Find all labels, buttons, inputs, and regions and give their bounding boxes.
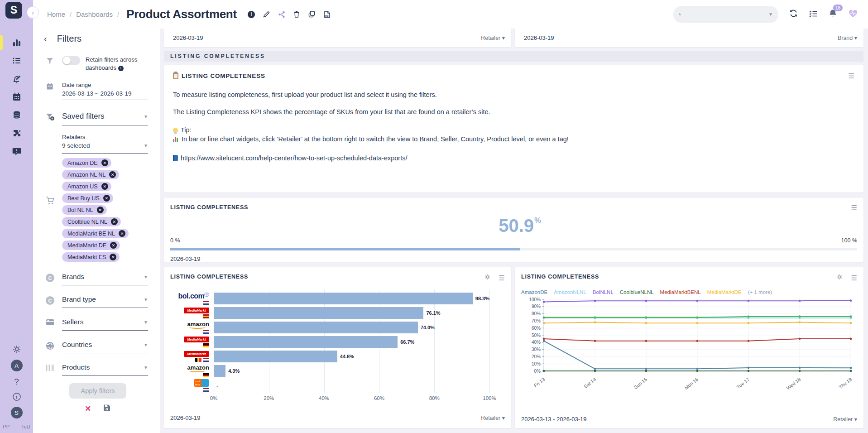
bar-category-logo: amazon bbox=[170, 320, 214, 335]
legend-item[interactable]: MediaMarktBENL bbox=[660, 289, 701, 295]
sidebar-item-lists[interactable] bbox=[0, 55, 33, 66]
retain-info-icon[interactable]: i bbox=[118, 66, 124, 71]
flag-nl-icon bbox=[203, 301, 209, 305]
legend-item[interactable]: CoolblueNLNL bbox=[620, 289, 654, 295]
search-scope-caret-icon[interactable]: ▼ bbox=[768, 12, 773, 17]
widget-menu-icon[interactable]: ☰ bbox=[851, 204, 857, 211]
listing-completeness-line-widget: LISTING COMPLETENESS ☰ AmazonDEAmazonNLN… bbox=[515, 267, 863, 428]
bar-category-logo: MediaMarkt bbox=[170, 349, 214, 364]
delete-icon[interactable] bbox=[293, 10, 300, 18]
bar-category-logo: coolblue bbox=[170, 378, 214, 393]
flag-de-icon bbox=[203, 373, 209, 377]
avatar-s[interactable]: S bbox=[11, 407, 23, 419]
app-logo[interactable]: S bbox=[5, 2, 22, 19]
sidebar-item-alerts[interactable] bbox=[0, 73, 33, 84]
breadcrumb-home[interactable]: Home bbox=[47, 10, 65, 18]
legend-item[interactable]: AmazonDE bbox=[521, 289, 547, 295]
avatar-a[interactable]: A bbox=[11, 360, 23, 371]
retailer-chip[interactable]: Bol NL NL✕ bbox=[62, 205, 107, 215]
sellers-select[interactable]: Sellers▼ bbox=[62, 318, 148, 331]
search-input[interactable] bbox=[684, 11, 766, 18]
chip-remove-icon[interactable]: ✕ bbox=[101, 183, 108, 190]
clear-filters-icon[interactable]: ✕ bbox=[85, 404, 91, 414]
widget-menu-icon[interactable]: ☰ bbox=[851, 274, 857, 281]
app: S A ? bbox=[0, 0, 868, 433]
sidebar-item-integrations[interactable] bbox=[0, 128, 33, 139]
retailer-chip[interactable]: MediaMarkt BE NL✕ bbox=[62, 229, 129, 238]
chip-remove-icon[interactable]: ✕ bbox=[119, 230, 125, 237]
svg-text:Sat 14: Sat 14 bbox=[583, 376, 597, 389]
apply-filters-button[interactable]: Apply filters bbox=[69, 383, 126, 399]
chevron-down-icon: ▼ bbox=[144, 274, 148, 279]
saved-filters-select[interactable]: Saved filters ▼ bbox=[62, 112, 148, 125]
bar-row: 74.0% bbox=[214, 320, 489, 335]
chip-remove-icon[interactable]: ✕ bbox=[111, 218, 118, 225]
sidebar-item-dashboards[interactable] bbox=[0, 37, 33, 48]
edit-icon[interactable] bbox=[263, 10, 270, 18]
filter-funnel-icon bbox=[46, 57, 54, 65]
chip-remove-icon[interactable]: ✕ bbox=[97, 207, 104, 213]
sidebar-item-calendar[interactable] bbox=[0, 91, 33, 102]
dashboard-info-icon[interactable]: i bbox=[248, 11, 255, 18]
brand-type-select[interactable]: Brand type▼ bbox=[62, 295, 148, 308]
filters-collapse-icon[interactable]: ‹ bbox=[44, 34, 47, 44]
breadcrumb-separator: / bbox=[117, 10, 119, 18]
products-select[interactable]: Products▼ bbox=[62, 363, 148, 376]
privacy-policy-link[interactable]: PP bbox=[3, 424, 10, 429]
chip-remove-icon[interactable]: ✕ bbox=[101, 159, 108, 166]
share-icon[interactable] bbox=[278, 11, 285, 18]
widget-settings-icon[interactable] bbox=[836, 274, 843, 282]
dimension-dropdown[interactable]: Retailer ▾ bbox=[481, 414, 505, 421]
flag-nl-icon bbox=[203, 330, 209, 334]
retailer-chip[interactable]: Amazon US✕ bbox=[62, 182, 111, 191]
breadcrumb-dashboards[interactable]: Dashboards bbox=[76, 10, 113, 18]
breadcrumb: Home / Dashboards / Product Assortment i… bbox=[47, 7, 331, 21]
widget-menu-icon[interactable]: ☰ bbox=[849, 72, 854, 79]
chip-remove-icon[interactable]: ✕ bbox=[110, 242, 117, 249]
chip-remove-icon[interactable]: ✕ bbox=[110, 254, 116, 260]
retailer-chip[interactable]: MediaMarkt ES✕ bbox=[62, 252, 120, 262]
bar-value-label: 74.0% bbox=[421, 325, 435, 330]
chip-remove-icon[interactable]: ✕ bbox=[103, 195, 110, 202]
brand-type-icon: C bbox=[46, 296, 54, 305]
dimension-dropdown[interactable]: Retailer ▾ bbox=[833, 416, 857, 423]
dimension-dropdown[interactable]: Brand ▾ bbox=[838, 34, 857, 41]
legend-item[interactable]: BolNLNL bbox=[593, 289, 614, 295]
retailer-chip[interactable]: Amazon DE✕ bbox=[62, 158, 111, 168]
legend-item[interactable]: MediaMarktDE bbox=[707, 289, 742, 295]
save-filters-icon[interactable] bbox=[103, 404, 111, 412]
feedback-icon bbox=[12, 146, 22, 156]
settings-gear-icon[interactable] bbox=[12, 344, 22, 354]
terms-of-use-link[interactable]: ToU bbox=[21, 424, 30, 429]
tasks-icon[interactable] bbox=[809, 10, 818, 19]
retailer-chip[interactable]: Coolblue NL NL✕ bbox=[62, 217, 121, 226]
info-circle-icon[interactable] bbox=[12, 392, 21, 401]
retailer-chip[interactable]: Amazon NL NL✕ bbox=[62, 170, 119, 179]
sidebar-item-feedback[interactable] bbox=[0, 146, 33, 157]
widget-menu-icon[interactable]: ☰ bbox=[499, 274, 505, 281]
duplicate-icon[interactable] bbox=[308, 10, 316, 18]
retain-filters-toggle[interactable] bbox=[62, 56, 80, 65]
retailers-select[interactable]: 9 selected ▼ bbox=[62, 142, 148, 154]
chart-icon bbox=[173, 136, 179, 142]
help-link[interactable]: https://www.sitelucent.com/help-center/h… bbox=[181, 154, 407, 162]
refresh-icon[interactable] bbox=[789, 9, 798, 19]
export-pdf-icon[interactable]: PDF bbox=[323, 10, 331, 19]
flag-nl-icon bbox=[203, 388, 209, 392]
search-bar[interactable]: ▼ bbox=[673, 6, 778, 23]
sidebar-item-data[interactable] bbox=[0, 110, 33, 120]
help-icon[interactable]: ? bbox=[14, 377, 19, 387]
brands-select[interactable]: Brands▼ bbox=[62, 273, 148, 285]
dimension-dropdown[interactable]: Retailer ▾ bbox=[481, 34, 505, 41]
notifications-bell-icon[interactable]: 18 bbox=[829, 9, 837, 20]
countries-select[interactable]: Countries▼ bbox=[62, 341, 148, 353]
chip-remove-icon[interactable]: ✕ bbox=[109, 171, 116, 178]
retailer-chip[interactable]: MediaMarkt DE✕ bbox=[62, 241, 120, 250]
health-pulse-icon[interactable] bbox=[848, 9, 858, 20]
date-range-value[interactable]: 2026-03-13 ~ 2026-03-19 bbox=[62, 90, 148, 100]
panel-collapse-button[interactable]: › bbox=[27, 6, 39, 19]
retailer-chip[interactable]: Best Buy US✕ bbox=[62, 193, 113, 203]
page-title: Product Assortment bbox=[126, 7, 237, 21]
legend-item[interactable]: AmazonNLNL bbox=[554, 289, 586, 295]
widget-settings-icon[interactable] bbox=[484, 274, 491, 282]
